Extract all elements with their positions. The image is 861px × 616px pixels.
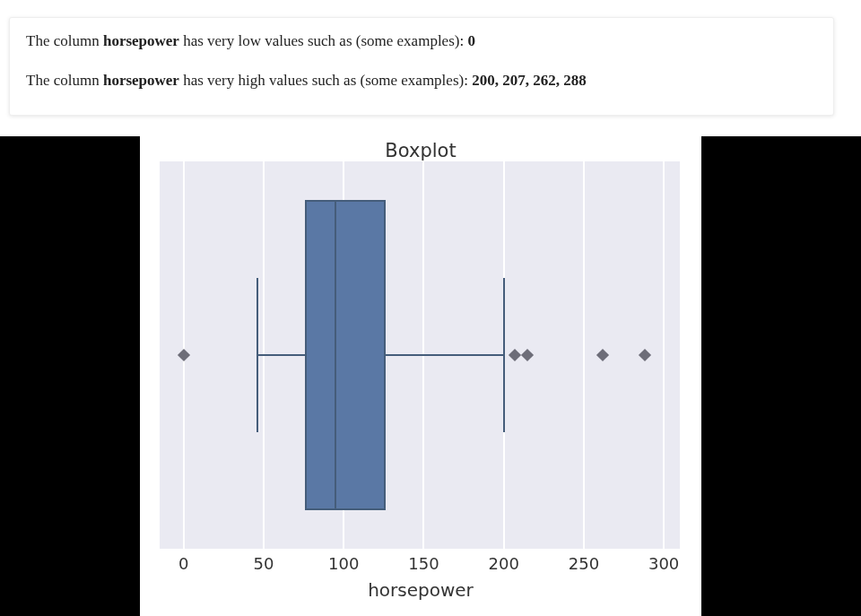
x-tick-label: 200	[489, 554, 519, 573]
x-tick-label: 0	[178, 554, 188, 573]
column-name: horsepower	[103, 72, 179, 89]
text: has very low values such as (some exampl…	[179, 32, 468, 49]
median-line	[335, 200, 336, 510]
whisker-low-cap	[257, 278, 258, 433]
chart-title: Boxplot	[140, 136, 701, 161]
summary-line-high: The column horsepower has very high valu…	[26, 52, 817, 91]
outlier-point	[178, 349, 190, 361]
x-tick-label: 250	[569, 554, 599, 573]
high-values: 200, 207, 262, 288	[472, 72, 587, 89]
chart-axes	[160, 161, 680, 549]
summary-card: The column horsepower has very low value…	[9, 17, 834, 116]
whisker-low	[257, 354, 306, 356]
whisker-high-cap	[503, 278, 505, 433]
iqr-box	[305, 200, 385, 510]
gridline	[583, 161, 585, 549]
text: The column	[26, 72, 103, 89]
whisker-high	[386, 354, 504, 356]
boxplot-figure: Boxplot 050100150200250300 horsepower	[140, 136, 701, 616]
text: The column	[26, 32, 103, 49]
x-axis-label: horsepower	[140, 579, 701, 601]
plot-strip: Boxplot 050100150200250300 horsepower	[0, 136, 861, 616]
outlier-point	[509, 349, 521, 361]
x-tick-label: 100	[328, 554, 359, 573]
summary-line-low: The column horsepower has very low value…	[26, 18, 817, 52]
x-tick-row: 050100150200250300	[160, 554, 680, 579]
gridline	[663, 161, 665, 549]
text: has very high values such as (some examp…	[179, 72, 472, 89]
low-values: 0	[467, 32, 475, 49]
x-tick-label: 50	[254, 554, 274, 573]
outlier-point	[639, 349, 651, 361]
column-name: horsepower	[103, 32, 179, 49]
outlier-point	[596, 349, 609, 361]
outlier-point	[521, 349, 534, 361]
x-tick-label: 150	[408, 554, 439, 573]
x-tick-label: 300	[648, 554, 679, 573]
